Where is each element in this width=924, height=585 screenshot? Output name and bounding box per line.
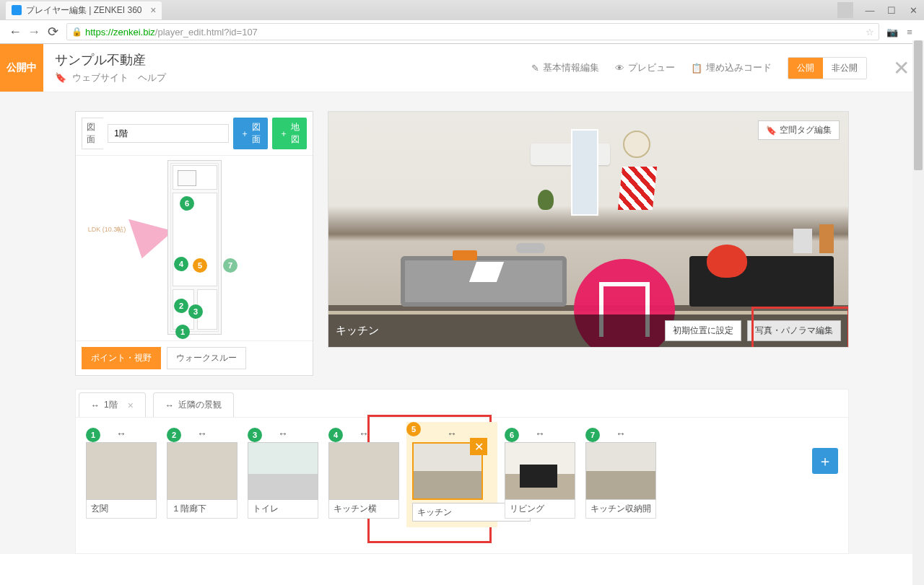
- thumbnail-2[interactable]: ↔2１階廊下: [167, 428, 237, 519]
- plus-icon: ＋: [279, 128, 288, 140]
- page-body: 公開中 サンプル不動産 🔖 ウェブサイト ヘルプ ✎基本情報編集 👁プレビュー …: [0, 44, 924, 554]
- floorplan-marker-6[interactable]: 6: [180, 196, 194, 211]
- address-bar: ← → ⟳ 🔒 https://zenkei.biz/player_edit.h…: [0, 20, 924, 43]
- menu-icon[interactable]: ≡: [901, 27, 918, 38]
- thumbnail-caption: １階廊下: [167, 500, 237, 519]
- floorplan-marker-4[interactable]: 4: [174, 257, 188, 271]
- forward-icon[interactable]: →: [25, 25, 43, 40]
- back-icon[interactable]: ←: [6, 25, 25, 40]
- strip-tab2-label: 近隣の景観: [178, 399, 222, 411]
- thumbnail-caption: キッチン横: [328, 500, 399, 519]
- action-preview[interactable]: 👁プレビュー: [615, 61, 675, 74]
- browser-chrome: プレイヤー編集 | ZENKEI 360 × ― ☐ ✕ ← → ⟳ 🔒 htt…: [0, 0, 924, 44]
- window-minimize-icon[interactable]: ―: [859, 5, 881, 16]
- browser-tab[interactable]: プレイヤー編集 | ZENKEI 360 ×: [6, 1, 162, 19]
- scrollbar-thumb[interactable]: [914, 40, 923, 170]
- space-tag-edit-button[interactable]: 🔖空間タグ編集: [758, 120, 840, 140]
- tag-icon: 🔖: [55, 72, 66, 83]
- photo-panorama-edit-button[interactable]: 写真・パノラマ編集: [747, 320, 841, 341]
- publish-on-button[interactable]: 公開: [788, 58, 823, 79]
- thumbnail-image[interactable]: [248, 442, 318, 500]
- thumbnail-7[interactable]: ↔7キッチン収納開: [585, 428, 656, 519]
- panorama-viewport[interactable]: [328, 112, 848, 347]
- thumbnail-image[interactable]: [585, 442, 656, 500]
- thumbnail-image[interactable]: [505, 442, 575, 500]
- add-map-label: 地図: [290, 121, 300, 146]
- header-actions: ✎基本情報編集 👁プレビュー 📋埋め込みコード 公開 非公開 ✕: [531, 44, 910, 92]
- panorama-footer: キッチン 初期位置に設定 写真・パノラマ編集: [328, 315, 848, 347]
- floorplan-toolbar: 図面 ＋図面 ＋地図: [76, 112, 313, 156]
- thumbnail-caption: 玄関: [86, 500, 157, 519]
- floorplan-marker-1[interactable]: 1: [175, 325, 190, 339]
- strip-body: ↔1玄関↔2１階廊下↔3トイレ↔4キッチン横↔5✕↔6リビング↔7キッチン収納開…: [76, 418, 848, 532]
- thumbnail-image[interactable]: [328, 442, 399, 500]
- thumbnail-badge: 6: [505, 428, 519, 442]
- mode-walk-button[interactable]: ウォークスルー: [167, 347, 246, 369]
- thumbnail-badge: 1: [86, 428, 100, 442]
- thumbnail-image[interactable]: [167, 442, 237, 500]
- add-thumbnail-button[interactable]: ＋: [812, 448, 838, 474]
- link-help[interactable]: ヘルプ: [138, 72, 166, 83]
- arrows-icon: ↔: [165, 400, 174, 410]
- add-plan-label: 図面: [251, 121, 261, 146]
- scene-container: [819, 224, 834, 253]
- strip-tab-floor1[interactable]: ↔1階×: [79, 392, 146, 417]
- floorplan-marker-5[interactable]: 5: [193, 258, 207, 273]
- link-website[interactable]: ウェブサイト: [72, 72, 128, 83]
- mode-point-button[interactable]: ポイント・視野: [82, 347, 161, 369]
- thumbnail-1[interactable]: ↔1玄関: [86, 428, 157, 519]
- scene-sponges: [453, 250, 477, 260]
- tab-close-icon[interactable]: ×: [128, 400, 134, 411]
- arrows-icon: ↔: [91, 400, 100, 410]
- close-icon[interactable]: ✕: [893, 56, 910, 80]
- set-initial-button[interactable]: 初期位置に設定: [665, 320, 741, 341]
- status-badge: 公開中: [0, 44, 43, 92]
- thumbnail-5[interactable]: ↔5✕: [406, 422, 497, 527]
- scene-plant: [538, 190, 554, 210]
- strip-tabs: ↔1階× ↔近隣の景観: [76, 390, 848, 418]
- url-input[interactable]: 🔒 https://zenkei.biz/player_edit.html?id…: [66, 23, 879, 40]
- strip-tab-neighbor[interactable]: ↔近隣の景観: [153, 392, 234, 417]
- bookmark-star-icon[interactable]: ☆: [866, 27, 874, 38]
- floorplan-marker-2[interactable]: 2: [174, 299, 188, 313]
- delete-thumbnail-icon[interactable]: ✕: [470, 438, 487, 455]
- floorplan-marker-3[interactable]: 3: [188, 304, 203, 319]
- thumbnail-image[interactable]: [86, 442, 157, 500]
- floorplan-panel: 図面 ＋図面 ＋地図 LDK (10.3帖) 1234567: [75, 111, 313, 376]
- publish-off-button[interactable]: 非公開: [823, 58, 866, 79]
- scene-window: [571, 129, 598, 216]
- thumbnail-4[interactable]: ↔4キッチン横: [328, 428, 399, 519]
- vertical-scrollbar[interactable]: [912, 40, 924, 554]
- plan-name-input[interactable]: [108, 124, 229, 143]
- pencil-icon: ✎: [531, 63, 539, 74]
- url-path: /player_edit.html?id=107: [155, 27, 258, 38]
- header-main: サンプル不動産 🔖 ウェブサイト ヘルプ: [43, 44, 185, 92]
- lock-icon: 🔒: [71, 27, 82, 37]
- thumbnail-caption: リビング: [505, 500, 575, 519]
- floorplan-marker-7[interactable]: 7: [223, 258, 237, 273]
- thumbnail-badge: 3: [248, 428, 262, 442]
- add-map-button[interactable]: ＋地図: [272, 118, 307, 149]
- tab-close-icon[interactable]: ×: [150, 4, 156, 16]
- camera-extension-icon[interactable]: 📷: [884, 27, 901, 38]
- window-close-icon[interactable]: ✕: [902, 5, 924, 16]
- add-plan-button[interactable]: ＋図面: [233, 118, 268, 149]
- action-basic-edit[interactable]: ✎基本情報編集: [531, 61, 599, 74]
- browser-tab-bar: プレイヤー編集 | ZENKEI 360 × ― ☐ ✕: [0, 0, 924, 20]
- action-basic-label: 基本情報編集: [543, 61, 599, 74]
- room-ldk: [173, 193, 217, 286]
- thumbnail-caption: キッチン収納開: [585, 500, 656, 519]
- profile-avatar-icon[interactable]: [837, 2, 853, 18]
- tab-title: プレイヤー編集 | ZENKEI 360: [26, 4, 141, 17]
- thumbnail-3[interactable]: ↔3トイレ: [248, 428, 318, 519]
- action-embed[interactable]: 📋埋め込みコード: [691, 61, 772, 74]
- reload-icon[interactable]: ⟳: [43, 24, 62, 40]
- thumbnail-6[interactable]: ↔6リビング: [505, 428, 575, 519]
- floorplan-canvas[interactable]: LDK (10.3帖) 1234567: [76, 156, 313, 340]
- panorama-actions: 初期位置に設定 写真・パノラマ編集: [665, 320, 841, 341]
- ldk-label: LDK (10.3帖): [84, 225, 129, 234]
- action-preview-label: プレビュー: [628, 61, 675, 74]
- url-host: https://zenkei.biz: [85, 27, 155, 38]
- window-maximize-icon[interactable]: ☐: [881, 5, 902, 16]
- floorplan-footer: ポイント・視野 ウォークスルー: [76, 340, 313, 375]
